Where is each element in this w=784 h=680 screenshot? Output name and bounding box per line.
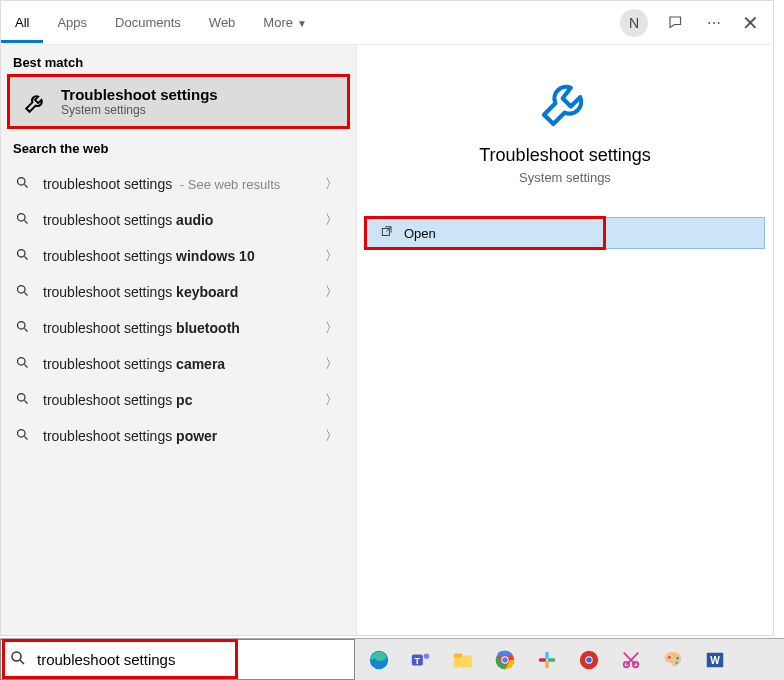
suggestion-label: troubleshoot settings bluetooth bbox=[43, 320, 325, 336]
suggestion-item[interactable]: troubleshoot settings audio〉 bbox=[1, 202, 356, 238]
search-icon bbox=[15, 283, 33, 301]
result-card: Troubleshoot settings System settings bbox=[365, 61, 765, 209]
search-icon bbox=[15, 211, 33, 229]
suggestion-item[interactable]: troubleshoot settings bluetooth〉 bbox=[1, 310, 356, 346]
best-match-text: Troubleshoot settings System settings bbox=[61, 86, 218, 117]
best-match-subtitle: System settings bbox=[61, 103, 218, 117]
suggestion-item[interactable]: troubleshoot settings keyboard〉 bbox=[1, 274, 356, 310]
svg-point-3 bbox=[18, 286, 26, 294]
tab-apps[interactable]: Apps bbox=[43, 3, 101, 43]
wrench-icon bbox=[537, 75, 593, 131]
tabs: All Apps Documents Web More▼ bbox=[1, 3, 620, 43]
best-match-title: Troubleshoot settings bbox=[61, 86, 218, 103]
suggestion-label: troubleshoot settings camera bbox=[43, 356, 325, 372]
suggestion-label: troubleshoot settings pc bbox=[43, 392, 325, 408]
svg-point-1 bbox=[18, 214, 26, 222]
chevron-right-icon: 〉 bbox=[325, 247, 338, 265]
svg-point-13 bbox=[424, 653, 430, 659]
suggestion-label: troubleshoot settings audio bbox=[43, 212, 325, 228]
suggestion-item[interactable]: troubleshoot settings camera〉 bbox=[1, 346, 356, 382]
open-icon bbox=[380, 225, 394, 242]
svg-point-18 bbox=[502, 657, 508, 663]
suggestion-list: troubleshoot settings - See web results〉… bbox=[1, 162, 356, 458]
svg-rect-20 bbox=[548, 658, 556, 661]
word-icon[interactable]: W bbox=[699, 644, 731, 676]
header: All Apps Documents Web More▼ N ⋯ ✕ bbox=[1, 1, 773, 45]
snip-icon[interactable] bbox=[615, 644, 647, 676]
svg-point-2 bbox=[18, 250, 26, 258]
svg-point-28 bbox=[668, 655, 671, 658]
svg-point-0 bbox=[18, 178, 26, 186]
suggestion-label: troubleshoot settings - See web results bbox=[43, 176, 325, 192]
suggestion-label: troubleshoot settings keyboard bbox=[43, 284, 325, 300]
search-window: All Apps Documents Web More▼ N ⋯ ✕ Best … bbox=[0, 0, 774, 636]
svg-point-4 bbox=[18, 322, 26, 330]
result-subtitle: System settings bbox=[519, 170, 611, 185]
suggestion-label: troubleshoot settings power bbox=[43, 428, 325, 444]
search-box[interactable] bbox=[0, 639, 355, 680]
explorer-icon[interactable] bbox=[447, 644, 479, 676]
svg-text:W: W bbox=[710, 654, 720, 665]
svg-text:T: T bbox=[415, 655, 421, 665]
svg-point-30 bbox=[676, 656, 679, 659]
svg-rect-15 bbox=[454, 653, 462, 657]
search-icon bbox=[15, 175, 33, 193]
svg-point-25 bbox=[586, 657, 592, 663]
search-web-label: Search the web bbox=[1, 131, 356, 162]
suggestion-label: troubleshoot settings windows 10 bbox=[43, 248, 325, 264]
user-avatar[interactable]: N bbox=[620, 9, 648, 37]
best-match-label: Best match bbox=[1, 45, 356, 76]
body: Best match Troubleshoot settings System … bbox=[1, 45, 773, 635]
search-input[interactable] bbox=[33, 645, 348, 674]
chevron-right-icon: 〉 bbox=[325, 211, 338, 229]
svg-rect-19 bbox=[545, 651, 548, 659]
search-icon bbox=[15, 427, 33, 445]
tab-all[interactable]: All bbox=[1, 3, 43, 43]
svg-rect-22 bbox=[539, 658, 547, 661]
chrome-icon[interactable] bbox=[489, 644, 521, 676]
svg-point-6 bbox=[18, 394, 26, 402]
open-label: Open bbox=[404, 226, 436, 241]
header-actions: N ⋯ ✕ bbox=[620, 9, 765, 37]
tab-more[interactable]: More▼ bbox=[249, 3, 321, 43]
chevron-right-icon: 〉 bbox=[325, 427, 338, 445]
svg-point-5 bbox=[18, 358, 26, 366]
suggestion-item[interactable]: troubleshoot settings - See web results〉 bbox=[1, 166, 356, 202]
search-icon bbox=[15, 247, 33, 265]
svg-point-7 bbox=[18, 430, 26, 438]
results-panel: Best match Troubleshoot settings System … bbox=[1, 45, 356, 635]
svg-point-9 bbox=[12, 652, 21, 661]
chevron-right-icon: 〉 bbox=[325, 391, 338, 409]
edge-icon[interactable] bbox=[363, 644, 395, 676]
suggestion-item[interactable]: troubleshoot settings pc〉 bbox=[1, 382, 356, 418]
feedback-icon[interactable] bbox=[666, 13, 686, 33]
search-icon bbox=[9, 649, 27, 670]
taskbar-icons: T W bbox=[355, 639, 784, 680]
slack-icon[interactable] bbox=[531, 644, 563, 676]
chevron-right-icon: 〉 bbox=[325, 355, 338, 373]
open-button[interactable]: Open bbox=[365, 217, 765, 249]
chevron-right-icon: 〉 bbox=[325, 283, 338, 301]
result-title: Troubleshoot settings bbox=[479, 145, 650, 166]
wrench-icon bbox=[21, 87, 51, 117]
suggestion-item[interactable]: troubleshoot settings power〉 bbox=[1, 418, 356, 454]
tab-web[interactable]: Web bbox=[195, 3, 250, 43]
teams-icon[interactable]: T bbox=[405, 644, 437, 676]
suggestion-item[interactable]: troubleshoot settings windows 10〉 bbox=[1, 238, 356, 274]
paint-icon[interactable] bbox=[657, 644, 689, 676]
more-icon[interactable]: ⋯ bbox=[704, 13, 724, 33]
search-icon bbox=[15, 319, 33, 337]
search-icon bbox=[15, 391, 33, 409]
search-icon bbox=[15, 355, 33, 373]
svg-rect-21 bbox=[545, 660, 548, 668]
preview-panel: Troubleshoot settings System settings Op… bbox=[356, 45, 773, 635]
taskbar: T W bbox=[0, 638, 784, 680]
best-match-item[interactable]: Troubleshoot settings System settings bbox=[9, 76, 348, 127]
tab-documents[interactable]: Documents bbox=[101, 3, 195, 43]
close-icon[interactable]: ✕ bbox=[742, 11, 759, 35]
svg-point-29 bbox=[673, 654, 676, 657]
svg-point-31 bbox=[675, 661, 678, 664]
chevron-right-icon: 〉 bbox=[325, 175, 338, 193]
chrome-canary-icon[interactable] bbox=[573, 644, 605, 676]
chevron-right-icon: 〉 bbox=[325, 319, 338, 337]
